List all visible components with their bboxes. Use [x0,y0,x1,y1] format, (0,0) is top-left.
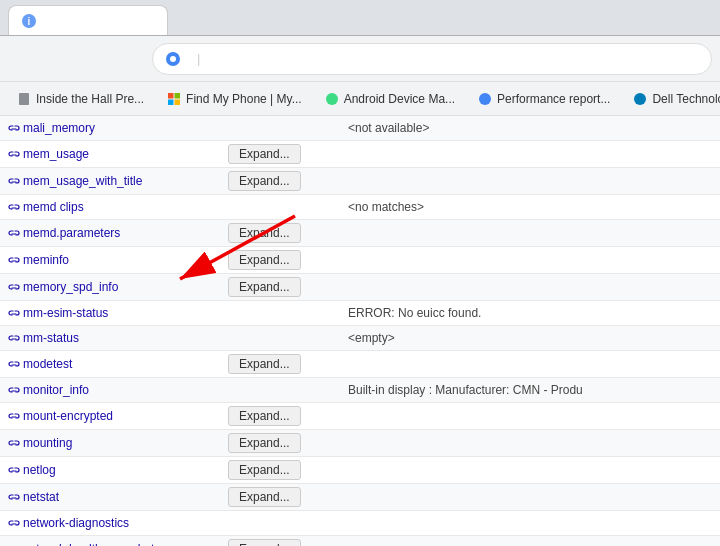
row-value [340,403,720,430]
table-row: network-health-snapshotExpand... [0,536,720,547]
link-icon [8,228,20,240]
svg-point-3 [170,56,176,62]
row-value: Built-in display : Manufacturer: CMN - P… [340,378,720,403]
expand-button[interactable]: Expand... [228,487,301,507]
row-value [340,536,720,547]
expand-button[interactable]: Expand... [228,406,301,426]
row-name[interactable]: netstat [0,484,220,511]
row-expand: Expand... [220,247,340,274]
link-icon [8,333,20,345]
expand-button[interactable]: Expand... [228,250,301,270]
row-name[interactable]: network-diagnostics [0,511,220,536]
row-name[interactable]: monitor_info [0,378,220,403]
row-name[interactable]: mount-encrypted [0,403,220,430]
row-value [340,168,720,195]
row-name[interactable]: mm-esim-status [0,301,220,326]
link-icon [8,149,20,161]
row-name[interactable]: mem_usage [0,141,220,168]
expand-button[interactable]: Expand... [228,223,301,243]
row-value [340,274,720,301]
new-tab-button[interactable] [172,7,200,35]
svg-point-9 [326,93,338,105]
row-value: <empty> [340,326,720,351]
table-row: mountingExpand... [0,430,720,457]
bookmark-label: Inside the Hall Pre... [36,92,144,106]
home-button[interactable] [116,45,144,73]
row-expand: Expand... [220,457,340,484]
row-value [340,351,720,378]
bookmark-windows-icon [166,91,182,107]
table-row: mali_memory<not available> [0,116,720,141]
tab-close-button[interactable] [151,19,155,23]
row-name[interactable]: netlog [0,457,220,484]
bookmark-dell-icon [632,91,648,107]
bookmark-item[interactable]: Android Device Ma... [316,88,463,110]
table-row: memory_spd_infoExpand... [0,274,720,301]
url-bar[interactable]: | [152,43,712,75]
row-name[interactable]: network-health-snapshot [0,536,220,547]
row-expand [220,326,340,351]
browser-frame: i | Inside the Hall Pre. [0,0,720,546]
link-icon [8,492,20,504]
row-name[interactable]: modetest [0,351,220,378]
link-icon [8,282,20,294]
expand-button[interactable]: Expand... [228,460,301,480]
row-value: <not available> [340,116,720,141]
expand-button[interactable]: Expand... [228,144,301,164]
table-row: monitor_infoBuilt-in display : Manufactu… [0,378,720,403]
bookmark-item[interactable]: Inside the Hall Pre... [8,88,152,110]
link-icon [8,176,20,188]
row-value: ERROR: No euicc found. [340,301,720,326]
bookmark-item[interactable]: Performance report... [469,88,618,110]
table-row: mem_usage_with_titleExpand... [0,168,720,195]
link-icon [8,465,20,477]
bookmark-android-icon [324,91,340,107]
row-name[interactable]: memd.parameters [0,220,220,247]
active-tab[interactable]: i [8,5,168,35]
bookmark-label: Find My Phone | My... [186,92,302,106]
bookmark-item[interactable]: Dell Technologie [624,88,720,110]
link-icon [8,411,20,423]
row-expand: Expand... [220,484,340,511]
link-icon [8,385,20,397]
row-name[interactable]: mali_memory [0,116,220,141]
svg-rect-8 [175,99,181,105]
row-expand: Expand... [220,351,340,378]
row-expand [220,195,340,220]
expand-button[interactable]: Expand... [228,171,301,191]
table-row: memd.parametersExpand... [0,220,720,247]
table-row: meminfoExpand... [0,247,720,274]
bookmark-item[interactable]: Find My Phone | My... [158,88,310,110]
row-value [340,484,720,511]
row-value [340,247,720,274]
row-name[interactable]: mounting [0,430,220,457]
system-table: mali_memory<not available>mem_usageExpan… [0,116,720,546]
expand-button[interactable]: Expand... [228,277,301,297]
link-icon [8,438,20,450]
tab-bar: i [0,0,720,36]
bookmarks-bar: Inside the Hall Pre... Find My Phone | M… [0,82,720,116]
row-expand: Expand... [220,168,340,195]
forward-button[interactable] [44,45,72,73]
expand-button[interactable]: Expand... [228,433,301,453]
row-name[interactable]: memd clips [0,195,220,220]
row-name[interactable]: memory_spd_info [0,274,220,301]
row-name[interactable]: mm-status [0,326,220,351]
link-icon [8,123,20,135]
row-expand: Expand... [220,430,340,457]
bookmark-label: Android Device Ma... [344,92,455,106]
link-icon [8,202,20,214]
bookmark-page-icon [16,91,32,107]
back-button[interactable] [8,45,36,73]
table-row: mem_usageExpand... [0,141,720,168]
row-value [340,220,720,247]
row-expand [220,116,340,141]
expand-button[interactable]: Expand... [228,539,301,546]
expand-button[interactable]: Expand... [228,354,301,374]
row-name[interactable]: meminfo [0,247,220,274]
chrome-icon [165,51,181,67]
svg-rect-5 [168,93,174,99]
row-expand [220,301,340,326]
refresh-button[interactable] [80,45,108,73]
row-name[interactable]: mem_usage_with_title [0,168,220,195]
